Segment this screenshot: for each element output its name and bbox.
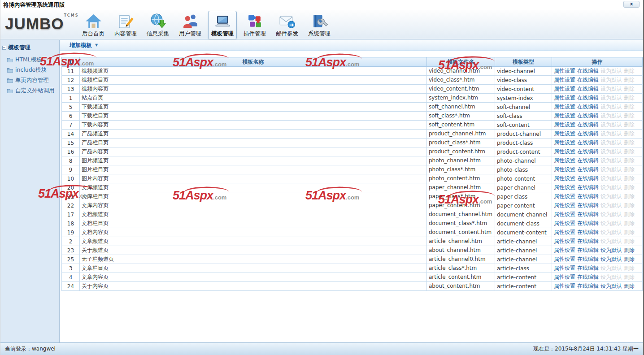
online-edit-link[interactable]: 在线编辑 xyxy=(577,148,599,155)
attr-settings-link[interactable]: 属性设置 xyxy=(554,148,575,155)
attr-settings-link[interactable]: 属性设置 xyxy=(554,265,575,271)
cell-type: video-channel xyxy=(495,67,552,76)
toolbar-item-collect[interactable]: 信息采集 xyxy=(144,11,172,39)
attr-settings-link[interactable]: 属性设置 xyxy=(554,211,575,217)
sidebar-item-2[interactable]: 单页内容管理 xyxy=(0,75,59,86)
online-edit-link[interactable]: 在线编辑 xyxy=(577,265,599,271)
attr-settings-link[interactable]: 属性设置 xyxy=(554,193,575,199)
toolbar-item-users[interactable]: 用户管理 xyxy=(176,11,205,39)
attr-settings-link[interactable]: 属性设置 xyxy=(554,113,575,119)
attr-settings-link[interactable]: 属性设置 xyxy=(554,238,575,244)
online-edit-link[interactable]: 在线编辑 xyxy=(577,104,599,110)
sidebar-item-0[interactable]: HTML模板 xyxy=(0,55,59,65)
online-edit-link[interactable]: 在线编辑 xyxy=(577,256,599,262)
toolbar-item-plugin[interactable]: 插件管理 xyxy=(240,11,269,39)
attr-settings-link[interactable]: 属性设置 xyxy=(554,139,575,146)
attr-settings-link[interactable]: 属性设置 xyxy=(554,95,575,101)
attr-settings-link[interactable]: 属性设置 xyxy=(554,283,575,289)
cell-id: 19 xyxy=(62,228,80,237)
attr-settings-link[interactable]: 属性设置 xyxy=(554,220,575,226)
attr-settings-link[interactable]: 属性设置 xyxy=(554,130,575,137)
delete-link: 删除 xyxy=(624,175,635,182)
online-edit-link[interactable]: 在线编辑 xyxy=(577,229,599,235)
delete-link[interactable]: 删除 xyxy=(624,283,635,289)
set-default-link[interactable]: 设为默认 xyxy=(600,256,622,262)
toolbar-item-system[interactable]: 系统管理 xyxy=(305,11,334,39)
online-edit-link[interactable]: 在线编辑 xyxy=(577,283,599,289)
online-edit-link[interactable]: 在线编辑 xyxy=(577,95,599,101)
attr-settings-link[interactable]: 属性设置 xyxy=(554,184,575,190)
online-edit-link[interactable]: 在线编辑 xyxy=(577,202,599,208)
online-edit-link[interactable]: 在线编辑 xyxy=(577,175,599,182)
cell-name: 视频内容页 xyxy=(80,85,427,94)
add-template-label: 增加模板 xyxy=(70,42,92,49)
online-edit-link[interactable]: 在线编辑 xyxy=(577,86,599,92)
online-edit-link[interactable]: 在线编辑 xyxy=(577,139,599,146)
online-edit-link[interactable]: 在线编辑 xyxy=(577,113,599,119)
attr-settings-link[interactable]: 属性设置 xyxy=(554,77,575,83)
sidebar-item-3[interactable]: 自定义外站调用 xyxy=(0,86,59,96)
online-edit-link[interactable]: 在线编辑 xyxy=(577,220,599,226)
online-edit-link[interactable]: 在线编辑 xyxy=(577,238,599,244)
delete-link: 删除 xyxy=(624,68,635,74)
cell-name: 文档频道页 xyxy=(80,210,427,219)
online-edit-link[interactable]: 在线编辑 xyxy=(577,211,599,217)
attr-settings-link[interactable]: 属性设置 xyxy=(554,229,575,235)
sidebar-header[interactable]: 模板管理 xyxy=(0,40,59,55)
delete-link: 删除 xyxy=(624,211,635,217)
online-edit-link[interactable]: 在线编辑 xyxy=(577,77,599,83)
attr-settings-link[interactable]: 属性设置 xyxy=(554,68,575,74)
set-default-link: 设为默认 xyxy=(600,184,622,190)
attr-settings-link[interactable]: 属性设置 xyxy=(554,104,575,110)
set-default-link[interactable]: 设为默认 xyxy=(600,247,622,253)
toolbar-item-home[interactable]: 后台首页 xyxy=(79,11,108,39)
cell-file: photo_class*.htm xyxy=(427,165,495,174)
set-default-link: 设为默认 xyxy=(600,175,622,182)
online-edit-link[interactable]: 在线编辑 xyxy=(577,130,599,137)
attr-settings-link[interactable]: 属性设置 xyxy=(554,157,575,164)
cell-name: 文章频道页 xyxy=(80,237,427,246)
col-type: 模板类型 xyxy=(495,57,552,67)
online-edit-link[interactable]: 在线编辑 xyxy=(577,121,599,128)
delete-link[interactable]: 删除 xyxy=(624,247,635,253)
attr-settings-link[interactable]: 属性设置 xyxy=(554,166,575,173)
set-default-link: 设为默认 xyxy=(600,148,622,155)
online-edit-link[interactable]: 在线编辑 xyxy=(577,247,599,253)
online-edit-link[interactable]: 在线编辑 xyxy=(577,68,599,74)
online-edit-link[interactable]: 在线编辑 xyxy=(577,274,599,280)
set-default-link[interactable]: 设为默认 xyxy=(600,283,622,289)
toolbar-item-template[interactable]: 模板管理 xyxy=(208,11,237,39)
online-edit-link[interactable]: 在线编辑 xyxy=(577,184,599,190)
attr-settings-link[interactable]: 属性设置 xyxy=(554,256,575,262)
cell-name: 文库内容页 xyxy=(80,201,427,210)
cell-id: 13 xyxy=(62,85,80,94)
set-default-link: 设为默认 xyxy=(600,104,622,110)
toolbar-item-mail[interactable]: 邮件群发 xyxy=(273,11,301,39)
delete-link[interactable]: 删除 xyxy=(624,256,635,262)
cell-id: 25 xyxy=(62,255,80,264)
sidebar-item-label: 自定义外站调用 xyxy=(15,87,55,95)
cell-id: 8 xyxy=(62,156,80,165)
delete-link: 删除 xyxy=(624,95,635,101)
collapse-icon[interactable] xyxy=(2,45,6,51)
cell-name: 产品栏目页 xyxy=(80,139,427,147)
attr-settings-link[interactable]: 属性设置 xyxy=(554,86,575,92)
cell-name: 关于内容页 xyxy=(80,282,427,291)
table-row: 25无子栏频道页article_channel0.htmarticle-chan… xyxy=(62,255,643,264)
attr-settings-link[interactable]: 属性设置 xyxy=(554,175,575,182)
cell-type: system-index xyxy=(495,94,552,103)
attr-settings-link[interactable]: 属性设置 xyxy=(554,202,575,208)
online-edit-link[interactable]: 在线编辑 xyxy=(577,166,599,173)
attr-settings-link[interactable]: 属性设置 xyxy=(554,247,575,253)
online-edit-link[interactable]: 在线编辑 xyxy=(577,193,599,199)
cell-name: 图片内容页 xyxy=(80,174,427,183)
attr-settings-link[interactable]: 属性设置 xyxy=(554,274,575,280)
attr-settings-link[interactable]: 属性设置 xyxy=(554,121,575,128)
close-button[interactable]: x xyxy=(623,1,640,8)
cell-id: 15 xyxy=(62,139,80,147)
toolbar-item-content[interactable]: 内容管理 xyxy=(111,11,140,39)
toolbar-item-label: 邮件群发 xyxy=(276,30,298,38)
add-template-button[interactable]: 增加模板 ▼ xyxy=(70,42,98,49)
online-edit-link[interactable]: 在线编辑 xyxy=(577,157,599,164)
sidebar-item-1[interactable]: include模块 xyxy=(0,65,59,75)
